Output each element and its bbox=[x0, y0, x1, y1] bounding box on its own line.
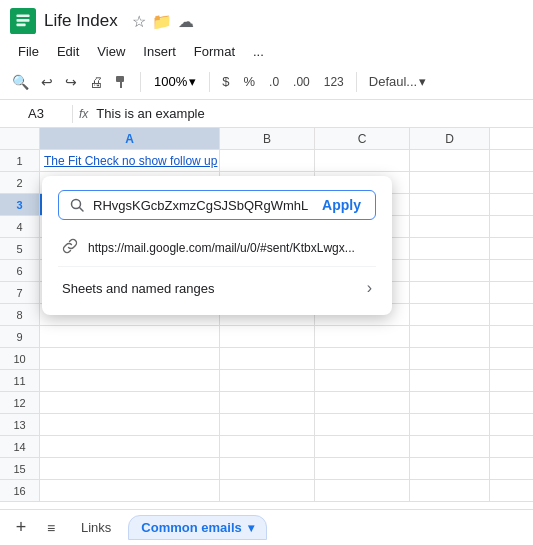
cell-c13[interactable] bbox=[315, 414, 410, 435]
cell-reference-input[interactable] bbox=[6, 106, 66, 121]
zoom-button[interactable]: 100% ▾ bbox=[148, 72, 202, 91]
svg-rect-1 bbox=[17, 15, 30, 18]
cell-a12[interactable] bbox=[40, 392, 220, 413]
cell-d16[interactable] bbox=[410, 480, 490, 501]
link-url-text: https://mail.google.com/mail/u/0/#sent/K… bbox=[88, 241, 355, 255]
cell-c12[interactable] bbox=[315, 392, 410, 413]
cell-a1[interactable]: The Fit Check no show follow up bbox=[40, 150, 220, 171]
svg-rect-5 bbox=[120, 82, 122, 88]
decimal-increase-button[interactable]: .00 bbox=[288, 73, 315, 91]
cell-d6[interactable] bbox=[410, 260, 490, 281]
cell-b11[interactable] bbox=[220, 370, 315, 391]
cell-b12[interactable] bbox=[220, 392, 315, 413]
cell-c1[interactable] bbox=[315, 150, 410, 171]
cell-b15[interactable] bbox=[220, 458, 315, 479]
cell-b14[interactable] bbox=[220, 436, 315, 457]
menu-format[interactable]: Format bbox=[186, 42, 243, 61]
number-type-button[interactable]: 123 bbox=[319, 73, 349, 91]
cell-c16[interactable] bbox=[315, 480, 410, 501]
sheets-named-ranges-item[interactable]: Sheets and named ranges › bbox=[58, 267, 376, 301]
row-number: 1 bbox=[0, 150, 40, 171]
paint-format-button[interactable] bbox=[111, 72, 133, 92]
formula-input[interactable] bbox=[96, 106, 527, 121]
cell-d4[interactable] bbox=[410, 216, 490, 237]
cell-b16[interactable] bbox=[220, 480, 315, 501]
percent-button[interactable]: % bbox=[238, 72, 260, 91]
cell-c10[interactable] bbox=[315, 348, 410, 369]
menu-insert[interactable]: Insert bbox=[135, 42, 184, 61]
search-icon bbox=[69, 197, 85, 213]
menu-file[interactable]: File bbox=[10, 42, 47, 61]
cell-a14[interactable] bbox=[40, 436, 220, 457]
cell-d8[interactable] bbox=[410, 304, 490, 325]
row-number: 9 bbox=[0, 326, 40, 347]
cell-d1[interactable] bbox=[410, 150, 490, 171]
spreadsheet-area: A B C D 1 The Fit Check no show follow u… bbox=[0, 128, 533, 509]
cell-d10[interactable] bbox=[410, 348, 490, 369]
cell-b13[interactable] bbox=[220, 414, 315, 435]
sheet-menu-button[interactable]: ≡ bbox=[38, 515, 64, 541]
cell-c15[interactable] bbox=[315, 458, 410, 479]
cloud-icon[interactable]: ☁ bbox=[178, 12, 194, 31]
menu-view[interactable]: View bbox=[89, 42, 133, 61]
menu-more[interactable]: ... bbox=[245, 42, 272, 61]
row-number: 7 bbox=[0, 282, 40, 303]
cell-c14[interactable] bbox=[315, 436, 410, 457]
cell-d12[interactable] bbox=[410, 392, 490, 413]
fx-icon: fx bbox=[79, 107, 88, 121]
column-header-a[interactable]: A bbox=[40, 128, 220, 149]
cell-c9[interactable] bbox=[315, 326, 410, 347]
cell-a11[interactable] bbox=[40, 370, 220, 391]
cell-c11[interactable] bbox=[315, 370, 410, 391]
menu-edit[interactable]: Edit bbox=[49, 42, 87, 61]
cell-d11[interactable] bbox=[410, 370, 490, 391]
star-icon[interactable]: ☆ bbox=[132, 12, 146, 31]
search-button[interactable]: 🔍 bbox=[8, 71, 33, 93]
chevron-right-icon: › bbox=[367, 279, 372, 297]
folder-icon[interactable]: 📁 bbox=[152, 12, 172, 31]
cell-d7[interactable] bbox=[410, 282, 490, 303]
undo-button[interactable]: ↩ bbox=[37, 71, 57, 93]
cell-d13[interactable] bbox=[410, 414, 490, 435]
cell-a13[interactable] bbox=[40, 414, 220, 435]
column-header-b[interactable]: B bbox=[220, 128, 315, 149]
paint-format-icon bbox=[115, 75, 129, 89]
column-header-d[interactable]: D bbox=[410, 128, 490, 149]
cell-a10[interactable] bbox=[40, 348, 220, 369]
decimal-decrease-button[interactable]: .0 bbox=[264, 73, 284, 91]
redo-button[interactable]: ↪ bbox=[61, 71, 81, 93]
svg-rect-4 bbox=[116, 76, 124, 82]
cell-a16[interactable] bbox=[40, 480, 220, 501]
cell-b10[interactable] bbox=[220, 348, 315, 369]
cell-b1[interactable] bbox=[220, 150, 315, 171]
cell-a9[interactable] bbox=[40, 326, 220, 347]
row-number: 14 bbox=[0, 436, 40, 457]
apply-button[interactable]: Apply bbox=[318, 197, 365, 213]
cell-d14[interactable] bbox=[410, 436, 490, 457]
sheet-tab-common-emails[interactable]: Common emails ▾ bbox=[128, 515, 266, 540]
cell-d15[interactable] bbox=[410, 458, 490, 479]
row-number: 12 bbox=[0, 392, 40, 413]
cell-d3[interactable] bbox=[410, 194, 490, 215]
link-result-item[interactable]: https://mail.google.com/mail/u/0/#sent/K… bbox=[58, 230, 376, 267]
cell-b9[interactable] bbox=[220, 326, 315, 347]
zoom-chevron-icon: ▾ bbox=[189, 74, 196, 89]
currency-button[interactable]: $ bbox=[217, 72, 234, 91]
cell-d9[interactable] bbox=[410, 326, 490, 347]
row-number: 2 bbox=[0, 172, 40, 193]
cell-a15[interactable] bbox=[40, 458, 220, 479]
add-sheet-button[interactable]: + bbox=[8, 515, 34, 541]
print-button[interactable]: 🖨 bbox=[85, 71, 107, 93]
title-action-icons: ☆ 📁 ☁ bbox=[132, 12, 194, 31]
svg-line-7 bbox=[80, 208, 84, 212]
font-selector[interactable]: Defaul... ▾ bbox=[364, 72, 431, 91]
row-number: 5 bbox=[0, 238, 40, 259]
cell-d5[interactable] bbox=[410, 238, 490, 259]
column-header-c[interactable]: C bbox=[315, 128, 410, 149]
bottom-bar: + ≡ Links Common emails ▾ bbox=[0, 509, 533, 545]
formula-bar-divider bbox=[72, 105, 73, 123]
table-row: 13 bbox=[0, 414, 533, 436]
sheet-tab-links[interactable]: Links bbox=[68, 515, 124, 540]
cell-d2[interactable] bbox=[410, 172, 490, 193]
link-search-input[interactable] bbox=[93, 198, 310, 213]
